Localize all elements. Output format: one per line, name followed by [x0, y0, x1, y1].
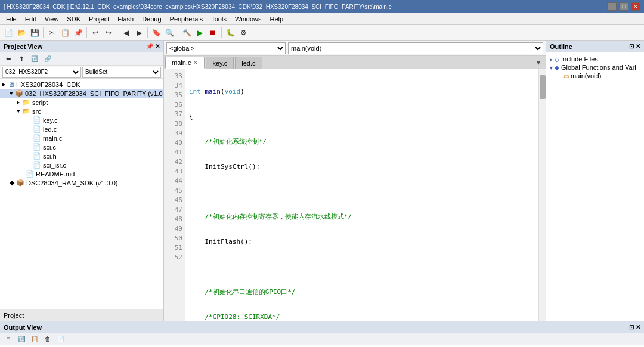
tree-item-script[interactable]: ▸ 📁 script — [0, 98, 163, 107]
line-43: 43 — [164, 167, 185, 176]
project-toolbar: ⬅ ⬆ 🔃 🔗 — [0, 52, 163, 66]
line-48: 48 — [164, 215, 185, 224]
tree-item-keyc[interactable]: 📄 key.c — [0, 116, 163, 125]
menu-windows[interactable]: Windows — [231, 15, 265, 23]
tab-scroll-right[interactable]: ▾ — [532, 57, 544, 69]
outline-main-func[interactable]: ▭ main(void) — [549, 72, 642, 80]
editor-scrollbar[interactable] — [538, 69, 546, 321]
menu-tools[interactable]: Tools — [208, 15, 230, 23]
new-file-button[interactable]: 📄 — [2, 27, 14, 39]
scih-label: sci.h — [43, 153, 57, 160]
line-50: 50 — [164, 234, 185, 243]
code-content[interactable]: int main(void) { /*初始化系统控制*/ InitSysCtrl… — [185, 69, 538, 321]
line-45: 45 — [164, 186, 185, 196]
project-panel: Project View 📌 ✕ ⬅ ⬆ 🔃 🔗 032_HXS320F2 Bu… — [0, 41, 164, 321]
open-button[interactable]: 📂 — [16, 27, 27, 39]
line-52: 52 — [164, 253, 185, 262]
maximize-button[interactable]: □ — [619, 2, 628, 11]
menu-peripherals[interactable]: Peripherals — [166, 15, 207, 23]
mainc-file-icon: 📄 — [33, 134, 41, 142]
output-tb-3[interactable]: 📋 — [29, 333, 41, 345]
menu-edit[interactable]: Edit — [21, 15, 40, 23]
outline-controls: ⊡ ✕ — [629, 43, 640, 49]
run-button[interactable]: ▶ — [194, 27, 206, 39]
tree-item-sciisrc[interactable]: 📄 sci_isr.c — [0, 160, 163, 169]
global-selector[interactable]: <global> — [166, 42, 286, 54]
outline-main-label: main(void) — [571, 72, 601, 79]
outline-header: Outline ⊡ ✕ — [546, 41, 644, 52]
outline-global-icon: ◆ — [555, 64, 559, 71]
tree-item-workspace[interactable]: ▸ 🖥 HXS320F28034_CDK — [0, 80, 163, 89]
readme-file-icon: 📄 — [26, 170, 34, 178]
redo-button[interactable]: ↪ — [103, 27, 114, 39]
settings-button[interactable]: ⚙ — [237, 27, 249, 39]
project-selector[interactable]: 032_HXS320F2 — [2, 67, 81, 78]
output-tb-5[interactable]: 📄 — [55, 333, 67, 345]
project-panel-close-icon[interactable]: ✕ — [155, 43, 160, 49]
project-icon: 📦 — [15, 89, 23, 97]
outline-include-files[interactable]: ▸ ◇ Include Files — [549, 55, 642, 63]
title-text: [ HXS320F28034_CDK ] E:\2.12.1_CDK_examp… — [4, 4, 392, 10]
project-panel-pin-icon[interactable]: 📌 — [146, 43, 153, 49]
tree-item-sdk[interactable]: ◆ 📦 DSC28034_RAM_SDK (v1.0.0) — [0, 178, 163, 187]
menu-bar: File Edit View SDK Project Flash Debug P… — [0, 13, 644, 25]
output-tb-4[interactable]: 🗑 — [42, 333, 54, 345]
menu-debug[interactable]: Debug — [138, 15, 165, 23]
project-panel-title: Project View — [4, 43, 42, 50]
editor-scroll-thumb[interactable] — [540, 75, 546, 99]
menu-file[interactable]: File — [2, 15, 20, 23]
bookmark-button[interactable]: 🔖 — [150, 27, 162, 39]
project-tb-btn-1[interactable]: ⬅ — [2, 53, 14, 65]
tab-keyc[interactable]: key.c — [206, 57, 234, 69]
line-35: 35 — [164, 91, 185, 100]
project-tb-btn-4[interactable]: 🔗 — [42, 53, 54, 65]
keyc-file-icon: 📄 — [33, 116, 41, 124]
menu-help[interactable]: Help — [267, 15, 287, 23]
tree-item-ledc[interactable]: 📄 led.c — [0, 125, 163, 134]
paste-button[interactable]: 📌 — [72, 27, 84, 39]
cut-button[interactable]: ✂ — [46, 27, 58, 39]
find-button[interactable]: 🔍 — [163, 27, 175, 39]
close-button[interactable]: ✕ — [631, 2, 640, 11]
outline-maximize-icon[interactable]: ⊡ — [629, 43, 634, 49]
output-tb-2[interactable]: 🔃 — [16, 333, 27, 345]
tab-mainc[interactable]: main.c ✕ — [165, 57, 205, 69]
outline-global-functions[interactable]: ▾ ◆ Global Functions and Vari — [549, 63, 642, 72]
project-tb-btn-2[interactable]: ⬆ — [16, 53, 27, 65]
undo-button[interactable]: ↩ — [89, 27, 101, 39]
function-selector[interactable]: main(void) — [288, 42, 543, 54]
toolbar-separator-5 — [178, 27, 178, 38]
menu-sdk[interactable]: SDK — [63, 15, 84, 23]
tree-item-scih[interactable]: 📄 sci.h — [0, 151, 163, 160]
line-36: 36 — [164, 100, 185, 110]
menu-view[interactable]: View — [41, 15, 63, 23]
output-close-icon[interactable]: ✕ — [636, 324, 640, 330]
script-folder-icon: 📁 — [22, 98, 30, 106]
tree-item-mainc[interactable]: 📄 main.c — [0, 134, 163, 142]
output-maximize-icon[interactable]: ⊡ — [629, 324, 634, 330]
toolbar-separator-4 — [147, 27, 148, 38]
code-editor: 33 34 35 36 37 38 39 40 41 42 43 44 45 4… — [164, 69, 546, 321]
project-tb-btn-3[interactable]: 🔃 — [29, 53, 41, 65]
menu-flash[interactable]: Flash — [114, 15, 137, 23]
menu-project[interactable]: Project — [85, 15, 113, 23]
forward-button[interactable]: ▶ — [133, 27, 145, 39]
code-line-38: /*初始化内存控制寄存器，使能内存流水线模式*/ — [189, 212, 535, 222]
stop-button[interactable]: ⏹ — [207, 27, 219, 39]
back-button[interactable]: ◀ — [120, 27, 132, 39]
minimize-button[interactable]: — — [607, 2, 617, 11]
copy-button[interactable]: 📋 — [59, 27, 71, 39]
tree-item-project[interactable]: ▾ 📦 032_HXS320F28034_SCI_FIFO_PARITY (v1… — [0, 89, 163, 98]
project-panel-bottom-tab[interactable]: Project — [0, 309, 163, 321]
build-button[interactable]: 🔨 — [181, 27, 193, 39]
tree-item-src[interactable]: ▾ 📂 src — [0, 107, 163, 116]
tree-item-readme[interactable]: 📄 README.md — [0, 169, 163, 178]
output-tb-1[interactable]: ≡ — [2, 333, 14, 345]
tab-ledc[interactable]: led.c — [235, 57, 262, 69]
debug-button[interactable]: 🐛 — [224, 27, 236, 39]
outline-close-icon[interactable]: ✕ — [636, 43, 640, 49]
tab-mainc-close[interactable]: ✕ — [193, 60, 198, 66]
save-button[interactable]: 💾 — [29, 27, 41, 39]
tree-item-scic[interactable]: 📄 sci.c — [0, 142, 163, 151]
buildset-selector[interactable]: BuildSet — [82, 67, 161, 78]
